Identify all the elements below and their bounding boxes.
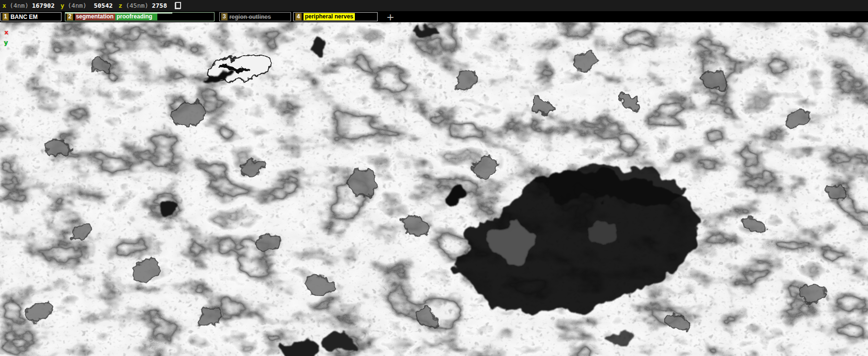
copy-coordinates-icon[interactable] (175, 2, 181, 9)
layer-label: BANC EM (11, 14, 38, 20)
layer-number-badge: 3 (221, 13, 228, 20)
layer-label: peripheral nerves (304, 13, 355, 20)
layer-bar: 1 BANC EM 2 segmentation proofreading 3 … (0, 11, 868, 22)
layer-tab-region-outlines[interactable]: 3 region outlines (219, 12, 291, 21)
em-image (0, 22, 868, 356)
layer-label-part-segmentation: segmentation (75, 13, 115, 20)
coordinate-y: y (4nm) 50542 (61, 2, 113, 9)
add-layer-button[interactable]: + (386, 13, 395, 21)
em-viewport[interactable]: x y (0, 22, 868, 356)
viewport-axis-y-label: y (4, 39, 8, 46)
coordinate-x-value[interactable]: 167902 (32, 2, 55, 9)
coordinate-z-value[interactable]: 2758 (152, 2, 167, 9)
coordinate-y-axis-label[interactable]: y (61, 2, 64, 9)
viewport-axis-x-label: x (4, 29, 8, 36)
coordinate-x-axis-label[interactable]: x (2, 2, 6, 9)
layer-label-part-proofreading: proofreading (115, 13, 157, 20)
coordinate-y-value[interactable]: 50542 (90, 2, 113, 9)
position-bar: x (4nm) 167902 y (4nm) 50542 z (45nm) 27… (0, 0, 868, 11)
layer-label: region outlines (229, 14, 271, 20)
layer-tab-peripheral-nerves[interactable]: 4 peripheral nerves (293, 12, 378, 21)
coordinate-x-scale: (4nm) (10, 2, 29, 9)
coordinate-y-scale: (4nm) (68, 2, 87, 9)
layer-number-badge: 1 (2, 13, 9, 20)
layer-tab-banc-em[interactable]: 1 BANC EM (0, 12, 61, 21)
layer-tab-segmentation-proofreading[interactable]: 2 segmentation proofreading (65, 12, 214, 21)
coordinate-z: z (45nm) 2758 (119, 2, 167, 9)
coordinate-z-axis-label[interactable]: z (119, 2, 122, 9)
layer-number-badge: 4 (295, 13, 302, 20)
layer-loading-progress (65, 13, 172, 14)
coordinate-z-scale: (45nm) (126, 2, 149, 9)
layer-number-badge: 2 (67, 13, 73, 20)
coordinate-x: x (4nm) 167902 (2, 2, 55, 9)
